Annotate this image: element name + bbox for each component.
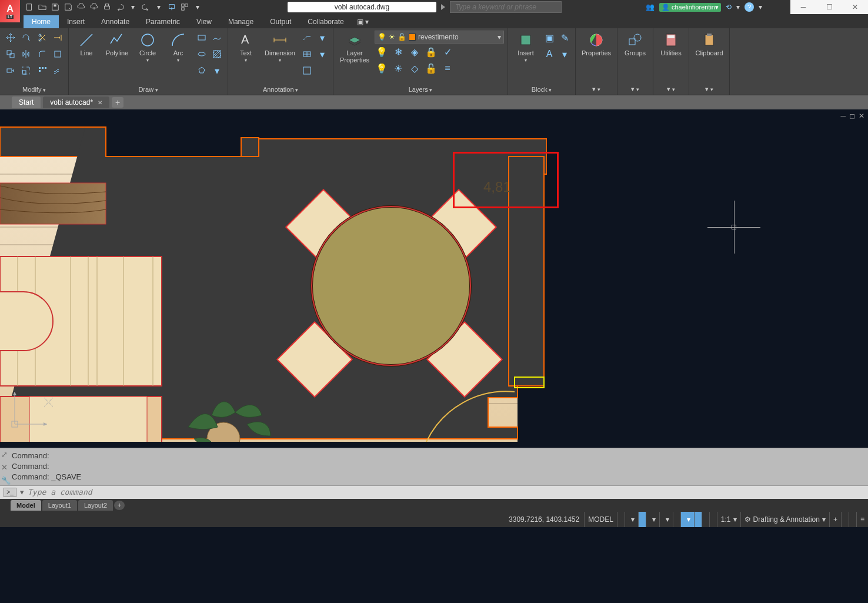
circle-button[interactable]: Circle▾ [133,31,162,64]
define-attribute-icon[interactable]: A [542,47,556,61]
status-isodraft-icon[interactable]: ▾ [659,512,673,527]
viewport-close-icon[interactable]: ✕ [859,112,864,120]
layer-unisolate-icon[interactable]: ◇ [408,61,422,75]
status-transparency-icon[interactable] [702,512,709,527]
tab-collaborate[interactable]: Collaborate [299,15,352,28]
window-maximize-button[interactable]: ☐ [816,0,842,14]
polygon-icon[interactable] [195,64,209,78]
create-block-icon[interactable]: ▣ [542,31,556,45]
scale-icon[interactable] [19,64,33,78]
arc-button[interactable]: Arc▾ [164,31,192,64]
status-model-space[interactable]: MODEL [584,512,617,527]
tab-manage[interactable]: Manage [220,15,262,28]
help-search-input[interactable] [450,1,562,13]
layout-tab-layout1[interactable]: Layout1 [42,500,77,511]
tab-view[interactable]: View [188,15,220,28]
panel-block-label[interactable]: Block [512,85,572,95]
insert-button[interactable]: Insert▾ [512,31,540,64]
share-icon[interactable] [166,1,178,13]
command-input[interactable] [28,488,864,497]
save-icon[interactable] [49,1,61,13]
file-tab-start[interactable]: Start [12,96,41,108]
properties-button[interactable]: Properties [579,31,613,58]
status-ortho-icon[interactable] [638,512,646,527]
layer-dropdown[interactable]: 💡 ☀ 🔓 revestimento ▾ [375,31,504,44]
status-osnap-tracking-icon[interactable] [673,512,680,527]
leader-dropdown-icon[interactable]: ▾ [315,31,329,45]
window-minimize-button[interactable]: ─ [790,0,816,14]
layer-match-icon[interactable]: ≡ [440,61,455,75]
print-icon[interactable] [101,1,113,13]
table-icon[interactable] [300,47,314,61]
saveas-icon[interactable] [62,1,74,13]
groups-button[interactable]: Groups [621,31,649,58]
command-prompt-icon[interactable]: >_ [4,488,16,497]
table-dropdown-icon[interactable]: ▾ [315,47,329,61]
dimension-button[interactable]: Dimension▾ [262,31,298,64]
panel-layers-label[interactable]: Layers [337,85,504,95]
status-grid-icon[interactable] [617,512,625,527]
status-workspace[interactable]: ⚙ Drafting & Annotation ▾ [740,512,829,527]
cloud-open-icon[interactable] [75,1,87,13]
field-icon[interactable] [300,64,314,78]
edit-block-icon[interactable]: ✎ [557,31,572,45]
clipboard-button[interactable]: Clipboard [693,31,726,58]
layer-freeze-icon[interactable]: ❄ [391,45,405,59]
window-close-button[interactable]: ✕ [842,0,868,14]
spline-icon[interactable] [210,31,224,45]
batch-print-icon[interactable] [179,1,191,13]
extend-icon[interactable] [51,31,65,45]
layer-thaw-icon[interactable]: ☀ [391,61,405,75]
status-quick-properties-icon[interactable] [849,512,856,527]
array-icon[interactable] [35,64,49,78]
chamfer-icon[interactable] [51,47,65,61]
panel-annotation-label[interactable]: Annotation [232,85,329,95]
tab-parametric[interactable]: Parametric [138,15,188,28]
status-polar-icon[interactable]: ▾ [646,512,659,527]
viewport-maximize-icon[interactable]: ◻ [849,112,855,120]
signin-users-icon[interactable]: 👥 [646,3,655,11]
panel-groups-expand[interactable]: ▾ [621,84,649,95]
new-icon[interactable] [24,1,35,13]
status-coordinates[interactable]: 3309.7216, 1403.1452 [504,515,584,524]
tab-featured-apps[interactable]: ▣ ▾ [352,15,373,28]
trim-icon[interactable] [35,31,49,45]
point-icon[interactable]: ▾ [210,64,224,78]
polyline-button[interactable]: Polyline [103,31,131,58]
cmd-close-icon[interactable]: ✕ [1,462,11,473]
tab-home[interactable]: Home [24,15,59,28]
help-dropdown-icon[interactable]: ▾ [759,3,762,11]
layer-unlock-icon[interactable]: 🔓 [424,61,438,75]
status-snap-icon[interactable]: ▾ [625,512,638,527]
file-tab-current[interactable]: vobi autocad*✕ [43,96,109,108]
cmd-pin-icon[interactable]: ⤢ [1,449,11,460]
mirror-icon[interactable] [19,47,33,61]
drawing-canvas[interactable]: ─ ◻ ✕ [0,109,868,448]
layer-make-current-icon[interactable]: ✓ [440,45,455,59]
command-dropdown-icon[interactable]: ▾ [20,488,24,497]
qat-dropdown-icon[interactable]: ▾ [192,1,203,13]
tab-insert[interactable]: Insert [59,15,93,28]
title-play-icon[interactable] [441,4,445,10]
hatch-icon[interactable] [210,47,224,61]
app-menu-button[interactable]: A LT [0,0,20,22]
text-button[interactable]: AText▾ [232,31,260,64]
cmd-settings-icon[interactable]: 🔧 [1,475,11,486]
rotate-icon[interactable] [19,31,33,45]
status-selection-cycling-icon[interactable] [709,512,717,527]
cloud-save-icon[interactable] [88,1,100,13]
layer-isolate-icon[interactable]: ◈ [408,45,422,59]
layer-properties-button[interactable]: Layer Properties [337,31,372,65]
leader-icon[interactable] [300,31,314,45]
tab-output[interactable]: Output [262,15,299,28]
utilities-button[interactable]: Utilities [657,31,685,58]
line-button[interactable]: Line [72,31,101,58]
tab-annotate[interactable]: Annotate [93,15,138,28]
copy-icon[interactable] [4,47,18,61]
panel-clipboard-expand[interactable]: ▾ [693,84,726,95]
fillet-icon[interactable] [35,47,49,61]
status-customization-icon[interactable]: ≡ [856,512,868,527]
panel-draw-label[interactable]: Draw [72,85,224,95]
new-tab-button[interactable]: + [112,97,123,108]
layer-off-icon[interactable]: 💡 [375,45,389,59]
